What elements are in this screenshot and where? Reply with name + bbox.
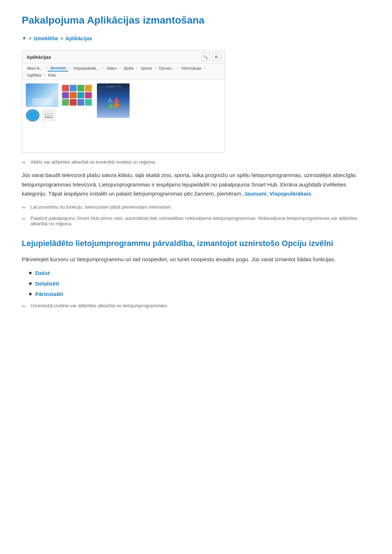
intro-highlight1: Jaunumi <box>244 190 267 197</box>
tv-settings-button[interactable]: ⚙ <box>212 53 220 61</box>
breadcrumb-icon: ✦ <box>22 35 26 42</box>
tv-nav-spele[interactable]: Spēle <box>121 65 136 71</box>
note-icon-2: ✏ <box>22 216 28 222</box>
bullet-dot-3 <box>29 293 32 295</box>
tv-header-title: Aplikācijas <box>26 54 51 60</box>
note2: ✏ Palaižot pakalpojumu Smart Hub pirmo r… <box>22 216 370 226</box>
intro-paragraph: Jūs varat baudīt televizorā plašu satura… <box>22 171 370 198</box>
breadcrumb: ✦ > Izmeklētie > Aplikācijas <box>22 35 370 42</box>
note-icon-1: ✏ <box>22 205 28 210</box>
tv-nav-izglitiba[interactable]: Izglītība <box>25 72 44 78</box>
tv-screenshot: Aplikācijas 🔍 ⚙ Mani A... • Jaunumi • Vi… <box>22 50 225 153</box>
bullet-dot-2 <box>29 282 32 285</box>
tv-nav-video[interactable]: Video <box>104 65 119 71</box>
breadcrumb-separator-right: > <box>60 36 63 41</box>
tv-header-icons: 🔍 ⚙ <box>201 53 220 61</box>
list-item-label-parinstalat: Pārinstalēt <box>35 291 63 297</box>
smart-tv-shapes <box>107 97 119 108</box>
list-item-parinstalat: Pārinstalēt <box>29 291 370 297</box>
tv-nav-mani[interactable]: Mani A... <box>25 65 45 71</box>
note2-text: Palaižot pakalpojumu Smart Hub pirmo rei… <box>30 216 370 226</box>
note1: ✏ Lai izmantotu šo funkciju, televizoram… <box>22 204 370 210</box>
note1-text: Lai izmantotu šo funkciju, televizoram j… <box>30 204 172 210</box>
tv-app-tile-grid[interactable] <box>61 83 93 107</box>
tv-search-button[interactable]: 🔍 <box>201 53 209 61</box>
list-item-detalizeti: Detalizēti <box>29 280 370 287</box>
intro-highlight2: Vispopulārākais <box>270 190 311 197</box>
tv-nav-jaunumi[interactable]: Jaunumi <box>48 65 68 71</box>
note-icon-image: ✏ <box>22 160 28 165</box>
tv-nav-kids[interactable]: Kids <box>46 72 58 78</box>
section2-heading: Lejupielādēto lietojumprogrammu pārvaldī… <box>22 238 370 249</box>
tv-nav-informacija[interactable]: Informācija <box>179 65 203 71</box>
section2-intro: Pārvietojiet kursoru uz lietojumprogramm… <box>22 255 370 264</box>
tv-nav-sports[interactable]: Sports <box>138 65 154 71</box>
list-item-label-dzest: Dzēst <box>35 270 50 276</box>
image-note-text: Attēls var atšķirties atkarībā no konkrē… <box>30 159 156 165</box>
breadcrumb-home[interactable]: Izmeklētie <box>34 36 58 41</box>
popup-note-text: Uznirstošā izvēlne var atšķirties atkarī… <box>30 303 168 308</box>
list-item-dzest: Dzēst <box>29 270 370 276</box>
page-title: Pakalpojuma Aplikācijas izmantošana <box>22 15 370 26</box>
intro-end: . <box>311 190 313 197</box>
tv-navigation: Mani A... • Jaunumi • Vispopulārāk... • … <box>22 63 225 80</box>
smart-tv-logo-text: —— S⊙ART TV <box>99 85 121 88</box>
tv-app-tile-landscape[interactable] <box>26 83 58 107</box>
note-icon-popup: ✏ <box>22 303 28 309</box>
intro-comma: , <box>266 190 268 197</box>
image-note: ✏ Attēls var atšķirties atkarībā no konk… <box>22 159 370 165</box>
breadcrumb-separator-left: > <box>29 36 32 41</box>
breadcrumb-current[interactable]: Aplikācijas <box>65 36 92 41</box>
tv-smart-banner[interactable]: —— S⊙ART TV <box>97 83 130 118</box>
tv-app-tile-book[interactable]: 📖 <box>42 109 56 122</box>
tv-header: Aplikācijas 🔍 ⚙ <box>22 51 225 63</box>
bullet-list: Dzēst Detalizēti Pārinstalēt <box>29 270 370 297</box>
tv-nav-dzives[interactable]: Dzīves... <box>157 65 177 71</box>
popup-note: ✏ Uznirstošā izvēlne var atšķirties atka… <box>22 303 370 309</box>
tv-app-tile-globe[interactable]: 🌐 <box>26 109 40 122</box>
bullet-dot-1 <box>29 272 32 274</box>
tv-content-area: 🌐 📖 —— S⊙ART TV <box>22 80 225 152</box>
list-item-label-detalizeti: Detalizēti <box>35 280 59 287</box>
tv-nav-vispopularark[interactable]: Vispopulārāk... <box>71 65 102 71</box>
